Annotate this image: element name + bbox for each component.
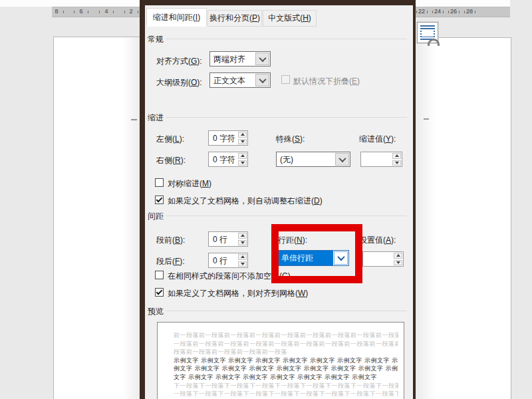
group-title-general: 常规 (148, 34, 164, 45)
preview-line: 前一段落前一段落前一段落前一段落前一段落前一段落前一段落前一段落前一段落前一段落… (174, 331, 398, 340)
group-line (166, 39, 407, 39)
spin-down-button[interactable] (238, 240, 247, 246)
ruler-number: 24 (434, 7, 441, 16)
spin-up-button[interactable] (392, 153, 401, 159)
alignment-dropdown[interactable]: 两端对齐 (209, 51, 271, 66)
preview-line: 段落前一段落前一段落前一段落前一段落 (174, 348, 398, 356)
group-line (166, 311, 407, 311)
space-before-label: 段前(B): (156, 235, 185, 246)
indent-by-value (361, 152, 392, 166)
spin-down-button[interactable] (238, 139, 247, 145)
no-space-same-style-checkbox[interactable] (155, 271, 164, 279)
preview-line: 文字 示例文字 示例文字 示例文字 示例文字 示例文字 示例文字 示例文字 (174, 373, 398, 382)
dialog-frame-top (140, 0, 416, 5)
ruler-number: 28 (466, 7, 473, 16)
alignment-value: 两端对齐 (210, 52, 255, 66)
arch-icon (422, 30, 434, 37)
margin-crop-mark (131, 119, 137, 120)
spin-up-button[interactable] (238, 153, 247, 159)
mirror-indents-label: 对称缩进(M) (168, 178, 211, 190)
horizontal-ruler-left: 8 6 4 2 (52, 7, 140, 17)
space-after-value: 0 行 (209, 253, 237, 267)
snap-to-grid-label: 如果定义了文档网格，则对齐到网格(W) (168, 288, 308, 299)
spin-down-button[interactable] (392, 160, 401, 166)
space-after-label: 段后(F): (156, 256, 185, 267)
ruler-number: 6 (79, 7, 82, 16)
spin-up-button[interactable] (238, 233, 247, 239)
spin-down-button[interactable] (238, 261, 247, 267)
spin-down-button[interactable] (394, 260, 402, 266)
spin-down-button[interactable] (238, 160, 247, 166)
indent-right-value: 0 字符 (209, 152, 237, 166)
outline-level-label: 大纲级别(O): (156, 77, 202, 88)
tab-label: 缩进和间距(I) (153, 12, 200, 23)
indent-right-label: 右侧(R): (156, 155, 186, 166)
space-after-spinner[interactable]: 0 行 (208, 253, 248, 268)
ruler-number: 4 (104, 7, 108, 16)
spin-up-button[interactable] (238, 132, 247, 138)
ruler-number: 2 (129, 7, 132, 16)
preview-box: 前一段落前一段落前一段落前一段落前一段落前一段落前一段落前一段落前一段落前一段落… (157, 322, 404, 399)
ruler-number: 22 (418, 7, 425, 16)
snap-to-grid-checkbox[interactable] (155, 288, 164, 297)
line-spacing-at-value (363, 252, 393, 266)
space-before-spinner[interactable]: 0 行 (208, 231, 248, 247)
ruler-number: 8 (55, 7, 58, 16)
tab-line-and-page-breaks[interactable]: 换行和分页(P) (207, 10, 262, 27)
indent-left-label: 左侧(L): (156, 134, 184, 145)
chevron-down-icon[interactable] (335, 153, 349, 166)
special-label: 特殊(S): (276, 134, 305, 145)
preview-line: 下一段落下一段落下一段落下一段落下一段落下一段落下一段落下一段落下一段落下 (174, 382, 398, 390)
outline-level-dropdown[interactable]: 正文文本 (209, 72, 271, 88)
indent-by-spinner[interactable] (360, 152, 402, 167)
tab-asian-typography[interactable]: 中文版式(H) (263, 10, 317, 27)
outline-level-value: 正文文本 (210, 73, 255, 87)
group-line (166, 117, 407, 118)
group-line (166, 215, 407, 216)
tab-label: 中文版式(H) (268, 13, 311, 24)
preview-line: 一段落前一段落前一段落前一段落前一段落前一段落前一段落前一段落前一段落前一段落前… (174, 340, 398, 348)
indent-right-spinner[interactable]: 0 字符 (208, 152, 248, 167)
space-before-value: 0 行 (209, 232, 237, 246)
tab-indents-and-spacing[interactable]: 缩进和间距(I) (146, 8, 207, 27)
dialog-frame-left (140, 5, 145, 399)
collapsed-by-default-label: 默认情况下折叠(E) (293, 76, 360, 87)
indent-left-value: 0 字符 (209, 131, 237, 145)
line-spacing-at-label: 设置值(A): (359, 235, 396, 246)
collapsed-by-default-checkbox (281, 75, 290, 84)
screen: 8 6 4 2 22 24 26 28 缩进和间距(I) 换行 (0, 0, 532, 399)
special-value: (无) (277, 152, 334, 166)
preview-line: 一段落下一段落下一段落下一段落下一段落下一段落下一段落下一段落下一段落下一 (174, 390, 398, 398)
line-spacing-at-spinner[interactable] (362, 251, 404, 267)
chevron-down-icon[interactable] (255, 74, 269, 86)
spin-up-button[interactable] (394, 253, 402, 259)
group-title-spacing: 间距 (148, 211, 164, 222)
alignment-label: 对齐方式(G): (156, 56, 202, 67)
margin-crop-mark (424, 118, 429, 120)
indent-left-spinner[interactable]: 0 字符 (208, 130, 248, 146)
ruler-number: 26 (450, 7, 457, 16)
chevron-down-icon[interactable] (255, 53, 269, 65)
preview-line: 示例文字 示例文字 示例文字 示例文字 示例文字 示例文字 示例文字 示例文字 … (174, 356, 398, 365)
horizontal-ruler-right: 22 24 26 28 (416, 7, 510, 17)
group-title-preview: 预览 (148, 306, 164, 317)
special-dropdown[interactable]: (无) (276, 152, 350, 167)
group-title-indentation: 缩进 (148, 112, 164, 124)
document-page-right (416, 37, 511, 399)
text-wrap-object-icon (417, 22, 438, 43)
dialog-frame-right (413, 5, 416, 399)
indent-by-label: 缩进值(Y): (359, 134, 396, 145)
document-page-left (53, 37, 140, 399)
mirror-indents-checkbox[interactable] (155, 178, 164, 187)
tab-label: 换行和分页(P) (209, 13, 260, 24)
annotation-red-box (271, 224, 362, 283)
auto-adjust-right-indent-checkbox[interactable] (155, 196, 164, 204)
auto-adjust-right-indent-label: 如果定义了文档网格，则自动调整右缩进(D) (168, 196, 323, 207)
spin-up-button[interactable] (238, 254, 247, 260)
preview-line: 例文字 示例文字 示例文字 示例文字 示例文字 示例文字 示例文字 示例文字 示… (174, 364, 398, 373)
